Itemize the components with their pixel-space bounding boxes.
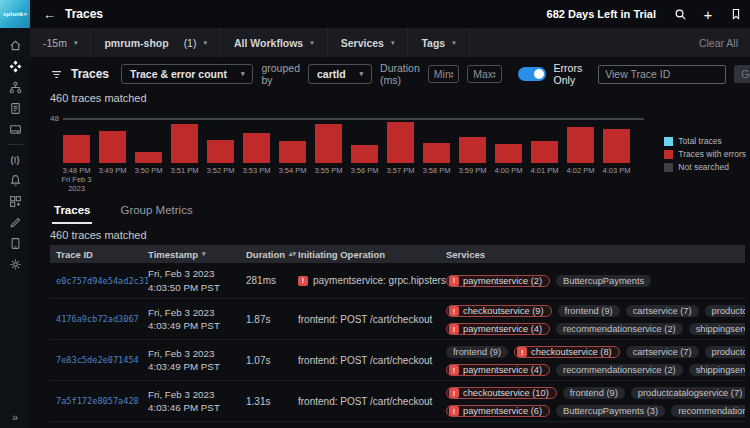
table-row[interactable]: 7a5f172e8057a428Fri, Feb 3 20234:03:46 P… [50,381,745,422]
notifications-bell-icon[interactable] [7,172,24,189]
chart-bar[interactable] [495,144,522,163]
bookmark-icon[interactable] [722,0,750,28]
duration-min-input[interactable]: Min ▴▾ [428,65,459,83]
service-badge[interactable]: ButtercupPayments [556,275,651,287]
chart-bar[interactable] [207,140,234,163]
service-badge[interactable]: cartservice (7) [626,305,699,317]
table-row[interactable]: 301ca419a520108c210...Fri, Feb 3 20234:0… [50,422,745,428]
trace-id-link[interactable]: e0c757d94e54ad2c31a... [56,276,148,286]
x-tick: 3:49 PM [99,166,126,194]
logs-icon[interactable] [7,100,24,117]
tab-traces[interactable]: Traces [52,201,92,224]
service-badge[interactable]: !paymentservice (4) [446,323,550,335]
services-cell: !paymentservice (2)ButtercupPayments [446,263,745,298]
tab-group-metrics[interactable]: Group Metrics [118,201,194,224]
service-badge[interactable]: !checkoutservice (10) [446,387,557,399]
clear-all-button[interactable]: Clear All [699,37,750,49]
view-trace-id-input[interactable] [598,65,726,84]
home-icon[interactable] [7,37,24,54]
column-header-timestamp[interactable]: Timestamp▾ [148,249,246,260]
chart-bar[interactable] [63,135,90,163]
service-badge[interactable]: !paymentservice (4) [446,364,550,376]
chart-bar[interactable] [423,143,450,163]
column-header-trace-id[interactable]: Trace ID [56,249,148,260]
table-row[interactable]: e0c757d94e54ad2c31a...Fri, Feb 3 20234:0… [50,263,745,299]
service-badge[interactable]: productcatalogservice (6) [705,346,745,358]
x-tick: 3:59 PM [459,166,486,194]
service-badge-label: paymentservice (2) [463,276,542,286]
stepper-arrows-icon[interactable]: ▴▾ [451,70,454,78]
service-badge[interactable]: productcatalogservice (6) [705,305,745,317]
service-badge[interactable]: recommendationservice (2) [556,364,683,376]
errors-only-toggle[interactable] [518,67,546,81]
service-badge[interactable]: shippingservice (2) [689,323,745,335]
service-badge[interactable]: recommendationservice (2) [671,405,745,417]
workflows-dropdown[interactable]: All Workflows ▾ [221,28,328,57]
apm-nav-icon[interactable] [7,58,24,75]
device-tablet-icon[interactable] [7,235,24,252]
trace-id-link[interactable]: 7e83c5de2e071454 [56,355,148,365]
splunk-logo[interactable]: splunk> [0,0,30,28]
back-arrow-icon[interactable]: ← [43,7,56,22]
trial-days-badge[interactable]: 682 Days Left in Trial [547,8,656,20]
chart-bar[interactable] [387,122,414,163]
trace-id-link[interactable]: 4176a9cb72ad3067 [56,314,148,324]
time-range-dropdown[interactable]: -15m ▾ [30,28,91,57]
view-mode-select[interactable]: Trace & error count ▾ [121,64,253,84]
timestamp-cell: Fri, Feb 3 20234:03:49 PM PST [148,306,246,332]
services-dropdown[interactable]: Services ▾ [328,28,409,57]
column-header-operation[interactable]: Initiating Operation [298,249,446,260]
tags-dropdown[interactable]: Tags ▾ [408,28,469,57]
service-badge[interactable]: !paymentservice (6) [446,405,550,417]
add-plus-icon[interactable]: + [694,0,722,28]
x-tick-label: 3:55 PM [315,166,343,175]
column-header-duration[interactable]: Duration▴▾ [246,249,298,260]
main-content: Traces Trace & error count ▾ grouped by … [30,57,750,428]
service-badge[interactable]: frontend (9) [558,305,620,317]
chart-bar[interactable] [171,124,198,163]
service-badge[interactable]: shippingservice (2) [689,364,745,376]
service-badge[interactable]: ButtercupPayments (3) [556,405,665,417]
legend-item[interactable]: Not searched [664,162,746,172]
alerts-icon[interactable]: (!) [7,151,24,168]
sidebar-expand-icon[interactable]: » [0,411,30,423]
chart-bar[interactable] [243,133,270,163]
go-button[interactable]: Go [734,65,750,83]
settings-gear-icon[interactable] [7,256,24,273]
apps-grid-icon[interactable] [7,193,24,210]
service-badge-label: paymentservice (4) [463,324,542,334]
chart-bar[interactable] [315,124,342,163]
dashboards-icon[interactable] [7,121,24,138]
service-badge[interactable]: cartservice (7) [626,346,699,358]
column-header-services[interactable]: Services [446,249,745,260]
service-badge[interactable]: frontend (9) [446,346,508,358]
group-by-select[interactable]: cartId ▾ [308,64,372,84]
stepper-arrows-icon[interactable]: ▴▾ [493,70,496,78]
service-badge[interactable]: productcatalogservice (7) [631,387,745,399]
service-badge[interactable]: !checkoutservice (9) [446,305,552,317]
edit-pencil-icon[interactable] [7,214,24,231]
chart-bar[interactable] [351,145,378,163]
chart-bar[interactable] [99,131,126,163]
errors-only-label: Errors Only [554,62,583,86]
chart-bar[interactable] [567,127,594,163]
chart-bar[interactable] [135,152,162,163]
legend-item[interactable]: Traces with errors [664,149,746,159]
chart-bar[interactable] [279,141,306,163]
legend-swatch [664,163,673,172]
chart-bar[interactable] [459,137,486,163]
service-map-icon[interactable] [7,79,24,96]
legend-item[interactable]: Total traces [664,136,746,146]
chart-bar[interactable] [603,129,630,163]
service-badge[interactable]: !checkoutservice (8) [514,346,620,358]
environment-dropdown[interactable]: pmrum-shop (1) ▾ [91,28,221,57]
search-icon[interactable] [666,0,694,28]
service-badge[interactable]: !paymentservice (2) [446,275,550,287]
trace-id-link[interactable]: 7a5f172e8057a428 [56,396,148,406]
duration-max-input[interactable]: Max ▴▾ [467,65,501,83]
table-row[interactable]: 7e83c5de2e071454Fri, Feb 3 20234:03:49 P… [50,340,745,381]
service-badge[interactable]: recommendationservice (2) [556,323,683,335]
chart-bar[interactable] [531,141,558,163]
table-row[interactable]: 4176a9cb72ad3067Fri, Feb 3 20234:03:49 P… [50,299,745,340]
service-badge[interactable]: frontend (9) [563,387,625,399]
